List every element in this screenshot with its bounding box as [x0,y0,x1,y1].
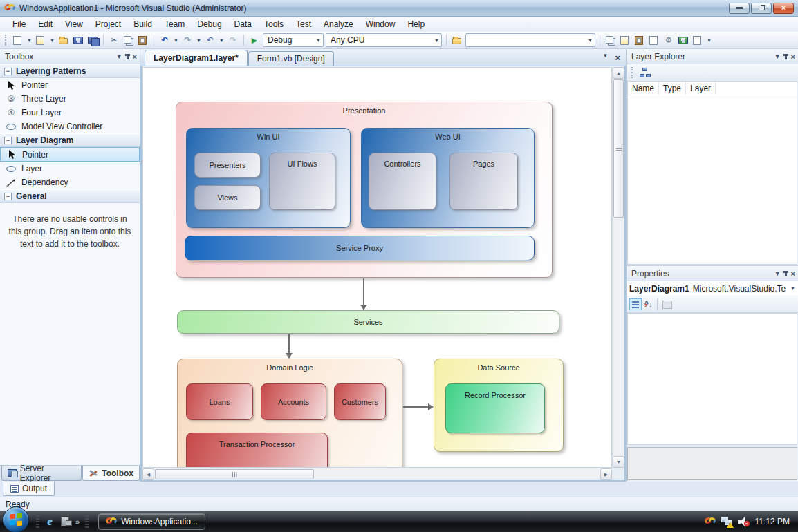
paste-button[interactable] [137,34,149,46]
scroll-down-icon[interactable]: ▼ [613,456,624,468]
pin-icon[interactable] [785,54,787,59]
close-icon[interactable]: × [791,269,795,278]
redo-button[interactable]: ↷ [181,34,194,46]
dependency-services-domainlogic[interactable] [288,334,290,358]
layer-diagram-canvas[interactable]: Presentation Win UI Web UI Presenters Vi… [142,67,612,468]
internet-explorer-icon[interactable]: e [42,514,57,529]
solution-platform-combo[interactable]: Any CPU ▼ [326,33,442,47]
taskbar-app-button[interactable]: WindowsApplicatio... [98,513,205,530]
solution-configuration-combo[interactable]: Debug ▼ [263,33,324,47]
toolbox-item-pointer-selected[interactable]: Pointer [0,147,140,162]
menu-test[interactable]: Test [290,17,317,31]
layer-explorer-list[interactable]: Name Type Layer [627,81,797,265]
group-general[interactable]: − General [0,189,140,203]
find-combo[interactable]: ▼ [465,33,595,47]
toolbar-grip[interactable] [631,67,634,78]
computer-icon[interactable] [57,514,73,529]
close-icon[interactable]: × [133,53,137,61]
solution-explorer-button[interactable] [619,34,631,46]
toolbox-button[interactable] [648,34,660,46]
command-window-button[interactable] [692,34,704,46]
horizontal-scrollbar[interactable]: ◀ ▶ [142,468,612,479]
object-browser-button[interactable] [633,34,646,46]
column-type[interactable]: Type [659,82,686,95]
property-pages-icon[interactable] [662,301,672,309]
toolbox-item-layer[interactable]: Layer [0,162,140,175]
add-item-dropdown[interactable]: ▼ [49,38,55,43]
tools-button[interactable]: ⚙ [662,34,675,46]
open-file-button[interactable] [57,34,70,46]
tab-toolbox[interactable]: Toolbox [82,466,140,481]
window-position-icon[interactable]: ▼ [774,53,781,60]
collapse-icon[interactable]: − [4,193,12,200]
cut-button[interactable]: ✂ [108,34,120,46]
network-warning-icon[interactable] [721,517,732,526]
vertical-scroll-thumb[interactable] [613,79,624,218]
scroll-left-icon[interactable]: ◀ [142,468,154,480]
close-button[interactable]: × [773,3,794,14]
taskband-grip[interactable] [85,515,89,528]
vertical-scrollbar[interactable]: ▲ ▼ [612,67,624,468]
pin-icon[interactable] [127,54,129,59]
menu-window[interactable]: Window [360,17,401,31]
minimize-button[interactable] [729,3,750,14]
restore-button[interactable] [751,3,772,14]
toolbox-item-three-layer[interactable]: ③ Three Layer [0,92,140,106]
dependency-domainlogic-datasource[interactable] [403,406,433,408]
toolbar-grip[interactable] [5,35,8,46]
save-all-button[interactable] [86,34,99,46]
tab-layerdiagram[interactable]: LayerDiagram1.layer* [145,50,248,66]
save-button[interactable] [72,34,84,46]
new-project-button[interactable] [12,34,24,46]
collapse-icon[interactable]: − [4,137,12,144]
layer-pages[interactable]: Pages [449,153,518,210]
add-item-button[interactable] [35,34,47,46]
find-in-files-button[interactable] [604,34,617,46]
menu-build[interactable]: Build [128,17,158,31]
volume-muted-icon[interactable]: × [738,517,750,526]
alphabetical-sort-icon[interactable]: AZ ↓ [644,301,652,307]
layer-services[interactable]: Services [177,310,559,334]
copy-button[interactable] [122,34,135,46]
quick-launch-grip[interactable] [36,515,39,528]
layer-accounts[interactable]: Accounts [261,383,326,420]
window-position-icon[interactable]: ▼ [116,53,122,60]
tab-server-explorer[interactable]: Server Explorer [1,466,82,481]
column-name[interactable]: Name [628,82,659,95]
menu-analyze[interactable]: Analyze [318,17,359,31]
properties-grid[interactable] [627,313,797,445]
window-position-icon[interactable]: ▼ [774,270,781,277]
menu-edit[interactable]: Edit [33,17,58,31]
column-layer[interactable]: Layer [686,82,716,95]
link-to-diagram-icon[interactable] [639,66,651,79]
properties-object-combo[interactable]: LayerDiagram1 Microsoft.VisualStudio.Te … [627,281,798,296]
redo-dropdown[interactable]: ▼ [196,38,202,43]
layer-customers[interactable]: Customers [334,383,386,420]
start-button[interactable] [3,506,29,532]
scroll-up-icon[interactable]: ▲ [613,67,624,79]
toolbox-item-four-layer[interactable]: ④ Four Layer [0,106,140,120]
layer-loans[interactable]: Loans [186,383,253,420]
start-page-button[interactable] [677,34,689,46]
layer-views[interactable]: Views [194,185,261,210]
window-titlebar[interactable]: WindowsApplication1 - Microsoft Visual S… [0,0,798,17]
navigate-back-button[interactable]: ↶ [204,34,216,46]
menu-file[interactable]: File [7,17,31,31]
menu-team[interactable]: Team [159,17,190,31]
tray-vs-icon[interactable] [705,517,716,526]
scroll-right-icon[interactable]: ▶ [600,468,612,480]
pin-icon[interactable] [785,271,787,276]
menu-debug[interactable]: Debug [192,17,227,31]
layer-controllers[interactable]: Controllers [369,153,436,210]
properties-header[interactable]: Properties ▼ × [627,266,798,281]
toolbar-options-dropdown[interactable]: ▼ [706,38,712,43]
quick-launch-overflow-icon[interactable]: » [75,517,80,526]
menu-tools[interactable]: Tools [259,17,289,31]
toolbox-item-mvc[interactable]: Model View Controller [0,120,140,133]
start-debugging-button[interactable]: ▶ [248,34,261,46]
close-document-icon[interactable]: × [615,53,620,63]
toolbox-item-dependency[interactable]: Dependency [0,175,140,189]
undo-button[interactable]: ↶ [158,34,171,46]
close-icon[interactable]: × [791,53,795,61]
categorized-icon[interactable] [629,298,642,310]
